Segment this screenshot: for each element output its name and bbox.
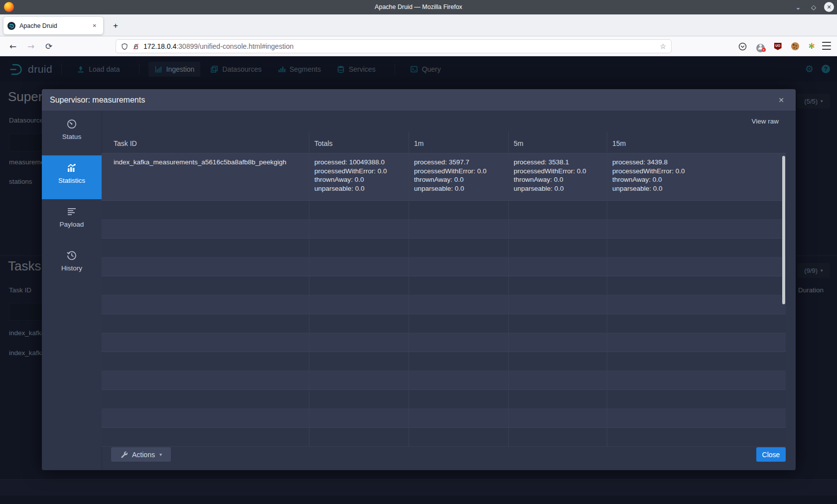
browser-tab[interactable]: Apache Druid ✕ [3,17,103,34]
actions-button[interactable]: Actions ▾ [111,447,171,462]
druid-favicon [7,22,15,30]
table-empty-row [102,314,786,333]
cell-totals: processed: 10049388.0 processedWithError… [314,158,409,193]
stats-table-empty-rows [102,201,786,447]
tab-payload[interactable]: Payload [42,199,102,243]
tab-label: History [61,264,82,272]
minimize-icon[interactable]: ⌄ [793,2,803,12]
col-task-id: Task ID [114,139,137,147]
cell-5m: processed: 3538.1 processedWithError: 0.… [514,158,608,193]
table-row[interactable]: index_kafka_measurements_a5616c5ba8afb8b… [102,153,786,201]
tab-title: Apache Druid [19,22,90,29]
cell-15m: processed: 3439.8 processedWithError: 0.… [612,158,762,193]
gauge-icon [66,119,77,129]
shield-icon[interactable] [121,43,128,50]
forward-button[interactable]: → [23,36,39,56]
druid-console: druid Load data Ingestion [0,56,837,504]
back-button[interactable]: ← [5,36,21,56]
col-5m: 5m [514,139,523,147]
modal-side-tabs: Status Statistics [42,112,102,287]
cell-1m: processed: 3597.7 processedWithError: 0.… [414,158,509,193]
broken-lock-icon[interactable] [133,43,140,50]
table-empty-row [102,390,786,409]
table-empty-row [102,371,786,390]
ublock-icon[interactable]: UO [774,43,782,50]
table-empty-row [102,201,786,220]
table-empty-row [102,333,786,352]
asterisk-extension-icon[interactable]: ✱ [809,42,815,50]
column-divider [508,131,509,447]
table-empty-row [102,239,786,257]
supervisor-modal: Supervisor: measurements ✕ Status [42,89,796,470]
actions-label: Actions [132,451,155,459]
chart-increase-icon [66,162,77,173]
tab-label: Status [62,133,81,140]
pocket-icon[interactable] [738,42,747,51]
browser-toolbar: ← → ⟳ 172.18.0.4:30899/unified-console.h… [0,36,837,56]
modal-body: Status Statistics [42,111,796,470]
bookmark-star-icon[interactable]: ☆ [660,42,666,50]
modal-header: Supervisor: measurements ✕ [42,89,796,111]
table-empty-row [102,428,786,447]
cell-task-id: index_kafka_measurements_a5616c5ba8afb8b… [114,158,303,167]
table-empty-row [102,295,786,314]
tab-statistics[interactable]: Statistics [42,155,102,199]
align-left-icon [66,206,77,217]
statistics-table: Task ID Totals 1m 5m 15m index_kafka_mea… [102,131,786,447]
col-1m: 1m [414,139,423,147]
table-empty-row [102,276,786,295]
url-path: :30899/unified-console.html#ingestion [176,42,293,50]
history-clock-icon [66,250,77,261]
window-title: Apache Druid — Mozilla Firefox [0,3,837,10]
tab-close-icon[interactable]: ✕ [90,21,99,30]
table-header-row: Task ID Totals 1m 5m 15m [102,131,786,153]
table-empty-row [102,220,786,239]
caret-down-icon: ▾ [159,452,162,457]
view-raw-link[interactable]: View raw [751,118,779,125]
modal-title: Supervisor: measurements [50,96,145,105]
window-titlebar: Apache Druid — Mozilla Firefox ⌄ ◇ ✕ [0,0,837,14]
badge-x-icon: ✕ [762,48,766,52]
url-text: 172.18.0.4:30899/unified-console.html#in… [143,42,660,50]
tab-history[interactable]: History [42,243,102,287]
column-divider [607,131,607,447]
table-empty-row [102,409,786,428]
table-empty-row [102,257,786,276]
table-empty-row [102,352,786,371]
col-15m: 15m [612,139,626,147]
new-tab-button[interactable]: + [109,19,123,33]
tab-label: Statistics [58,177,85,184]
modal-close-icon[interactable]: ✕ [776,95,787,106]
table-scrollbar[interactable] [782,156,785,304]
column-divider [409,131,409,447]
wrench-icon [120,451,128,458]
tab-status[interactable]: Status [42,112,102,155]
tab-bar: Apache Druid ✕ + [0,14,837,36]
url-host: 172.18.0.4 [143,42,176,50]
window-close-icon[interactable]: ✕ [824,2,834,12]
maximize-icon[interactable]: ◇ [809,2,819,12]
profile-extension-icon[interactable]: ✕ [756,42,765,51]
cookie-extension-icon[interactable] [791,42,799,50]
reload-button[interactable]: ⟳ [41,36,57,56]
column-divider [309,131,309,447]
menu-icon[interactable] [822,42,831,50]
close-button[interactable]: Close [756,447,786,462]
screen: Apache Druid — Mozilla Firefox ⌄ ◇ ✕ Apa… [0,0,837,504]
url-bar[interactable]: 172.18.0.4:30899/unified-console.html#in… [116,39,672,53]
tab-label: Payload [60,221,84,228]
col-totals: Totals [314,139,333,147]
